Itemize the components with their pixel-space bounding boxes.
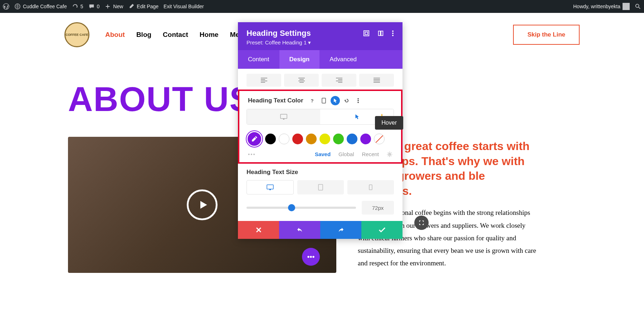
color-swatches <box>239 128 401 151</box>
play-button[interactable] <box>187 189 218 220</box>
state-tabs: 👆 <box>247 109 394 125</box>
swatch-green[interactable] <box>333 134 344 144</box>
svg-rect-34 <box>269 189 271 190</box>
svg-rect-36 <box>369 185 372 190</box>
size-label: Heading Text Size <box>247 169 394 176</box>
swatch-yellow[interactable] <box>319 134 330 144</box>
wp-logo[interactable] <box>3 3 9 10</box>
tab-design[interactable]: Design <box>279 50 320 69</box>
columns-icon[interactable] <box>377 30 384 37</box>
align-center-icon[interactable] <box>284 74 319 87</box>
svg-point-8 <box>392 33 394 34</box>
svg-point-32 <box>389 153 391 155</box>
svg-rect-30 <box>280 114 287 119</box>
expand-fab[interactable] <box>414 216 429 230</box>
svg-rect-21 <box>338 82 342 83</box>
cursor-icon[interactable] <box>331 96 340 105</box>
swatch-white[interactable] <box>279 134 289 144</box>
more-icon[interactable] <box>392 30 394 37</box>
svg-rect-6 <box>381 31 383 36</box>
device-tablet-icon[interactable] <box>297 180 344 194</box>
more-swatches-icon[interactable]: ••• <box>248 151 256 157</box>
svg-rect-35 <box>318 184 323 190</box>
palette-recent[interactable]: Recent <box>362 151 379 157</box>
palette-global[interactable]: Global <box>338 151 354 157</box>
site-name[interactable]: Cuddle Coffee Cafe <box>14 3 67 10</box>
tab-content[interactable]: Content <box>238 50 279 69</box>
avatar <box>623 3 630 10</box>
svg-rect-26 <box>322 98 326 103</box>
nav-about[interactable]: About <box>105 31 125 39</box>
svg-point-28 <box>357 100 358 101</box>
slider-thumb[interactable] <box>288 204 295 211</box>
svg-rect-4 <box>365 32 367 34</box>
nav-blog[interactable]: Blog <box>136 31 151 39</box>
svg-rect-18 <box>336 78 342 78</box>
updates[interactable]: 5 <box>72 3 83 10</box>
main-nav: About Blog Contact Home Menu <box>105 31 248 39</box>
swatch-black[interactable] <box>265 134 276 144</box>
align-right-icon[interactable] <box>322 74 356 87</box>
svg-rect-25 <box>374 82 380 83</box>
device-desktop-icon[interactable] <box>247 180 294 194</box>
svg-point-27 <box>357 98 358 100</box>
edit-page[interactable]: Edit Page <box>128 3 158 10</box>
undo-button[interactable] <box>279 221 320 239</box>
nav-home[interactable]: Home <box>200 31 219 39</box>
align-left-icon[interactable] <box>247 74 281 87</box>
state-default[interactable] <box>247 109 320 124</box>
size-slider[interactable] <box>247 207 356 209</box>
preset-label[interactable]: Preset: Coffee Heading 1 ▾ <box>247 39 394 46</box>
nav-contact[interactable]: Contact <box>163 31 188 39</box>
skip-line-button[interactable]: Skip the Line <box>513 25 580 45</box>
swatch-footer: ••• Saved Global Recent <box>239 151 401 162</box>
svg-point-7 <box>392 30 394 32</box>
svg-rect-22 <box>374 78 380 78</box>
panel-actions <box>238 221 402 239</box>
svg-rect-15 <box>299 79 304 80</box>
swatch-purple[interactable] <box>360 134 371 144</box>
reset-icon[interactable] <box>342 96 351 105</box>
logo[interactable]: COFFEE CAFE <box>64 22 89 47</box>
align-justify-icon[interactable] <box>359 74 394 87</box>
svg-rect-23 <box>374 79 380 80</box>
size-section: Heading Text Size <box>238 164 402 221</box>
panel-tabs: Content Design Advanced <box>238 50 402 69</box>
panel-header[interactable]: Heading Settings Preset: Coffee Heading … <box>238 22 402 50</box>
module-options-fab[interactable]: ••• <box>302 248 320 266</box>
palette-saved[interactable]: Saved <box>315 151 331 157</box>
wp-adminbar: Cuddle Coffee Cafe 5 0 New Edit Page Exi… <box>0 0 644 13</box>
svg-point-9 <box>392 35 394 36</box>
exit-visual-builder[interactable]: Exit Visual Builder <box>164 4 204 9</box>
svg-point-29 <box>357 102 358 103</box>
swatch-orange[interactable] <box>306 134 317 144</box>
help-icon[interactable]: ? <box>308 96 317 105</box>
howdy-user[interactable]: Howdy, writtenbyekta <box>573 3 630 10</box>
tab-advanced[interactable]: Advanced <box>319 50 367 69</box>
heading-settings-panel: Heading Settings Preset: Coffee Heading … <box>238 22 402 239</box>
search-icon[interactable] <box>635 3 641 10</box>
mobile-icon[interactable] <box>319 96 328 105</box>
svg-rect-5 <box>379 31 380 36</box>
new-link[interactable]: New <box>104 3 123 10</box>
svg-rect-3 <box>364 31 369 36</box>
swatch-red[interactable] <box>292 134 303 144</box>
save-button[interactable] <box>361 221 402 239</box>
gear-icon[interactable] <box>387 151 392 157</box>
fullscreen-icon[interactable] <box>363 30 370 37</box>
svg-rect-16 <box>298 81 305 81</box>
svg-rect-24 <box>374 81 380 81</box>
device-phone-icon[interactable] <box>347 180 394 194</box>
options-icon[interactable] <box>353 96 363 105</box>
svg-rect-14 <box>298 78 305 78</box>
swatch-none[interactable] <box>374 134 385 144</box>
redo-button[interactable] <box>320 221 361 239</box>
svg-rect-11 <box>261 79 265 80</box>
swatch-blue[interactable] <box>347 134 357 144</box>
color-picker-icon[interactable] <box>247 131 262 147</box>
cancel-button[interactable] <box>238 221 279 239</box>
size-input[interactable] <box>362 201 394 215</box>
svg-rect-19 <box>338 79 342 80</box>
svg-point-2 <box>636 4 639 8</box>
comments[interactable]: 0 <box>88 3 100 10</box>
